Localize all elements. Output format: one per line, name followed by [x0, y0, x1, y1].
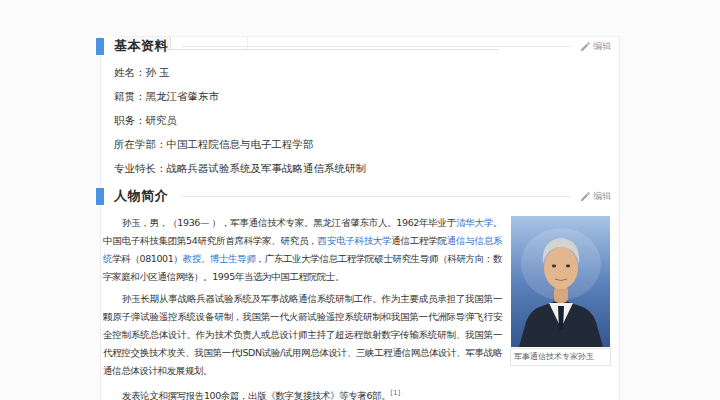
- info-field-row: 专业特长：战略兵器试验系统及军事战略通信系统研制: [114, 156, 619, 180]
- portrait-photo-card[interactable]: 军事通信技术专家孙玉: [510, 216, 611, 366]
- inline-link[interactable]: 西安电子科技大学: [317, 235, 391, 246]
- field-separator: ：: [135, 90, 146, 102]
- bio-text: 学科（081001）: [112, 253, 182, 264]
- bio-text: 孙玉长期从事战略兵器试验系统及军事战略通信系统研制工作。作为主要成员承担了我国第…: [103, 293, 502, 376]
- bio-text: 发表论文和撰写报告100余篇，出版《数字复接技术》等专著6部。: [122, 390, 390, 400]
- bio-content: 军事通信技术专家孙玉 孙玉，男，（1936— ），军事通信技术专家。黑龙江省肇东…: [103, 214, 617, 400]
- field-value: 中国工程院信息与电子工程学部: [167, 138, 314, 150]
- photo-caption: 军事通信技术专家孙玉: [510, 348, 611, 366]
- field-separator: ：: [135, 66, 146, 78]
- bio-paragraph: 发表论文和撰写报告100余篇，出版《数字复接技术》等专著6部。[1]: [103, 384, 617, 400]
- basic-info-fields: 姓名：孙 玉籍贯：黑龙江省肇东市职务：研究员所在学部：中国工程院信息与电子工程学…: [114, 60, 619, 180]
- section-accent-bar: [96, 38, 104, 55]
- section-divider-line: [182, 196, 571, 197]
- edit-label: 编辑: [593, 40, 611, 53]
- section-header-biography: 人物简介 编辑: [101, 186, 619, 206]
- field-label: 所在学部: [114, 138, 156, 150]
- info-field-row: 姓名：孙 玉: [114, 60, 619, 84]
- pencil-icon: [581, 42, 590, 51]
- field-separator: ：: [135, 114, 146, 126]
- field-label: 职务: [114, 114, 135, 126]
- field-separator: ：: [156, 162, 167, 174]
- field-value: 孙 玉: [146, 66, 170, 78]
- field-label: 专业特长: [114, 162, 156, 174]
- field-separator: ：: [156, 138, 167, 150]
- edit-label: 编辑: [593, 190, 611, 203]
- edit-button[interactable]: 编辑: [581, 40, 611, 53]
- pencil-icon: [581, 192, 590, 201]
- section-title: 人物简介: [114, 187, 168, 205]
- section-accent-bar: [96, 188, 104, 205]
- section-divider-line: [182, 46, 571, 47]
- section-header-basic-info: 基本资料 编辑: [101, 36, 619, 56]
- field-value: 研究员: [146, 114, 178, 126]
- inline-link[interactable]: 教授: [183, 253, 201, 264]
- reference-link[interactable]: [1]: [390, 389, 400, 397]
- page-container: 基本资料 编辑 姓名：孙 玉籍贯：黑龙江省肇东市职务：研究员所在学部：中国工程院…: [100, 36, 620, 400]
- field-label: 籍贯: [114, 90, 135, 102]
- bio-text: 孙玉，男，（1936— ），军事通信技术专家。黑龙江省肇东市人。1962年毕业于: [122, 217, 456, 228]
- section-title: 基本资料: [114, 37, 168, 55]
- inline-link[interactable]: 清华大学: [456, 217, 493, 228]
- field-value: 黑龙江省肇东市: [146, 90, 220, 102]
- info-field-row: 所在学部：中国工程院信息与电子工程学部: [114, 132, 619, 156]
- info-field-row: 籍贯：黑龙江省肇东市: [114, 84, 619, 108]
- field-value: 战略兵器试验系统及军事战略通信系统研制: [167, 162, 367, 174]
- field-label: 姓名: [114, 66, 135, 78]
- bio-text: 、: [201, 253, 210, 264]
- inline-link[interactable]: 博士生导师: [210, 253, 256, 264]
- portrait-photo: [511, 216, 610, 347]
- edit-button[interactable]: 编辑: [581, 190, 611, 203]
- bio-text: 通信工程学院: [391, 235, 446, 246]
- info-field-row: 职务：研究员: [114, 108, 619, 132]
